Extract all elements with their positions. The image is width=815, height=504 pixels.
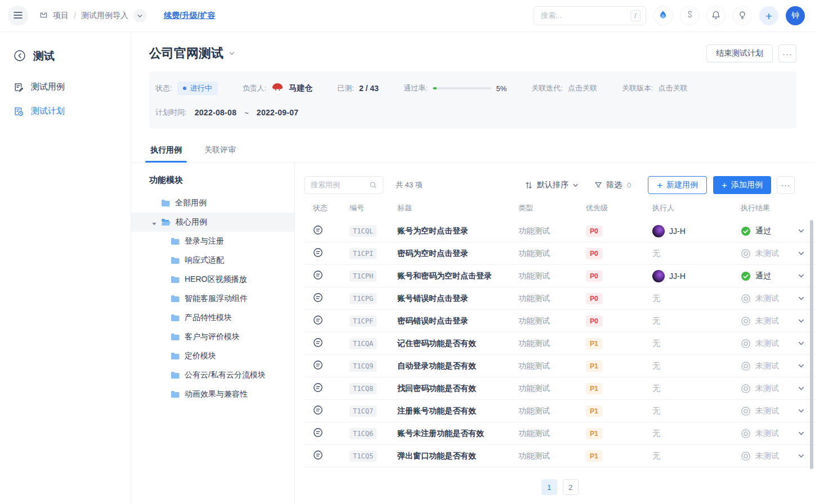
end-test-plan-button[interactable]: 结束测试计划 [706, 44, 773, 62]
case-status-icon[interactable] [313, 405, 323, 415]
case-executor-cell[interactable]: 无 [652, 249, 741, 259]
row-expand-button[interactable] [791, 362, 805, 370]
row-expand-button[interactable] [791, 452, 805, 460]
case-result-cell[interactable]: 未测试 [741, 361, 791, 371]
case-executor-cell[interactable]: 无 [652, 429, 741, 439]
case-status-icon[interactable] [313, 360, 323, 370]
case-title[interactable]: 密码为空时点击登录 [397, 249, 468, 258]
case-executor-cell[interactable]: JJ-H [652, 225, 741, 237]
table-more-button[interactable]: ··· [777, 176, 795, 194]
version-link[interactable]: 点击关联 [659, 83, 688, 93]
case-result-cell[interactable]: 未测试 [741, 339, 791, 349]
owner-name[interactable]: 马建仓 [289, 83, 312, 93]
case-result-cell[interactable]: 未测试 [741, 451, 791, 461]
tree-item[interactable]: 核心用例 [131, 213, 294, 232]
case-executor-cell[interactable]: 无 [652, 294, 741, 304]
case-title[interactable]: 账号未注册功能是否有效 [397, 429, 484, 438]
plan-end-date[interactable]: 2022-09-07 [257, 108, 299, 117]
row-expand-button[interactable] [791, 227, 805, 235]
tree-item[interactable]: 全部用例 [131, 194, 294, 213]
case-title[interactable]: 账号错误时点击登录 [397, 294, 468, 303]
case-executor-cell[interactable]: 无 [652, 384, 741, 394]
global-search-input[interactable]: 搜索... / [534, 6, 646, 25]
page-title[interactable]: 公司官网测试 [149, 45, 235, 62]
case-result-cell[interactable]: 未测试 [741, 429, 791, 439]
case-title[interactable]: 找回密码功能是否有效 [397, 384, 476, 393]
caret-down-icon[interactable] [151, 219, 157, 228]
case-title[interactable]: 弹出窗口功能是否有效 [397, 451, 476, 460]
case-status-icon[interactable] [313, 315, 323, 325]
sidebar-item-test-plans[interactable]: 测试计划 [0, 99, 131, 123]
tree-item[interactable]: 客户与评价模块 [131, 327, 294, 346]
upgrade-link[interactable]: 续费/升级/扩容 [164, 11, 216, 21]
row-expand-button[interactable] [791, 407, 805, 415]
filter-button[interactable]: 筛选 0 [594, 180, 631, 190]
row-expand-button[interactable] [791, 340, 805, 347]
case-executor-cell[interactable]: 无 [652, 316, 741, 326]
case-executor-cell[interactable]: 无 [652, 339, 741, 349]
case-status-icon[interactable] [313, 428, 323, 438]
case-status-icon[interactable] [313, 382, 323, 393]
tree-item[interactable]: 登录与注册 [131, 232, 294, 251]
case-status-icon[interactable] [313, 270, 323, 280]
case-status-icon[interactable] [313, 338, 323, 348]
notifications-button[interactable] [706, 6, 726, 25]
case-result-cell[interactable]: 未测试 [741, 249, 791, 259]
help-ideas-button[interactable] [733, 6, 752, 25]
case-result-cell[interactable]: 未测试 [741, 316, 791, 326]
breadcrumb-dropdown[interactable] [133, 9, 147, 22]
iteration-link[interactable]: 点击关联 [568, 83, 597, 93]
case-search-input[interactable]: 搜索用例 [304, 176, 383, 194]
plan-start-date[interactable]: 2022-08-08 [195, 108, 237, 117]
user-avatar[interactable]: 钟 [786, 6, 805, 25]
case-status-icon[interactable] [313, 292, 323, 303]
case-title[interactable]: 记住密码功能是否有效 [397, 339, 476, 348]
tree-item[interactable]: 动画效果与兼容性 [131, 385, 294, 404]
new-case-button[interactable]: + 新建用例 [648, 176, 707, 194]
sidebar-item-test-cases[interactable]: 测试用例 [0, 75, 131, 99]
case-result-cell[interactable]: 未测试 [741, 384, 791, 394]
case-title[interactable]: 注册账号功能是否有效 [397, 406, 476, 415]
case-title[interactable]: 自动登录功能是否有效 [397, 361, 476, 370]
case-title[interactable]: 账号和密码为空时点击登录 [397, 271, 492, 280]
tree-item[interactable]: 定价模块 [131, 346, 294, 366]
row-expand-button[interactable] [791, 385, 805, 392]
tree-item[interactable]: 智能客服浮动组件 [131, 289, 294, 308]
page-button-2[interactable]: 2 [563, 479, 579, 495]
case-executor-cell[interactable]: JJ-H [652, 270, 741, 282]
case-executor-cell[interactable]: 无 [652, 406, 741, 416]
back-button[interactable] [14, 50, 26, 64]
create-new-button[interactable]: + [759, 6, 778, 25]
tab-linked-reviews[interactable]: 关联评审 [203, 138, 237, 162]
status-badge[interactable]: 进行中 [177, 82, 218, 95]
tree-item[interactable]: 公有云/私有云分流模块 [131, 366, 294, 385]
breadcrumb-root[interactable]: 项目 [53, 11, 69, 21]
case-status-icon[interactable] [313, 225, 323, 235]
row-expand-button[interactable] [791, 272, 805, 280]
row-expand-button[interactable] [791, 317, 805, 325]
case-executor-cell[interactable]: 无 [652, 451, 741, 461]
case-result-cell[interactable]: 通过 [741, 271, 791, 281]
app-logo-button[interactable] [653, 6, 673, 25]
add-case-button[interactable]: + 添加用例 [713, 176, 771, 194]
row-expand-button[interactable] [791, 430, 805, 437]
tree-item[interactable]: 响应式适配 [131, 251, 294, 270]
case-result-cell[interactable]: 通过 [741, 226, 791, 236]
row-expand-button[interactable] [791, 250, 805, 257]
integrations-button[interactable] [680, 6, 699, 25]
case-title[interactable]: 账号为空时点击登录 [397, 226, 468, 235]
case-title[interactable]: 密码错误时点击登录 [397, 316, 468, 325]
case-status-icon[interactable] [313, 248, 323, 258]
header-more-button[interactable]: ··· [778, 44, 796, 62]
row-expand-button[interactable] [791, 295, 805, 302]
breadcrumb-current[interactable]: 测试用例导入 [81, 11, 128, 21]
page-button-1[interactable]: 1 [541, 479, 557, 495]
tree-item[interactable]: HERO区视频播放 [131, 270, 294, 289]
scrollbar-thumb[interactable] [810, 220, 813, 469]
case-executor-cell[interactable]: 无 [652, 361, 741, 371]
sort-dropdown[interactable]: 默认排序 [525, 180, 579, 190]
tree-item[interactable]: 产品特性模块 [131, 308, 294, 327]
menu-button[interactable] [8, 6, 28, 26]
case-result-cell[interactable]: 未测试 [741, 406, 791, 416]
case-status-icon[interactable] [313, 450, 323, 460]
